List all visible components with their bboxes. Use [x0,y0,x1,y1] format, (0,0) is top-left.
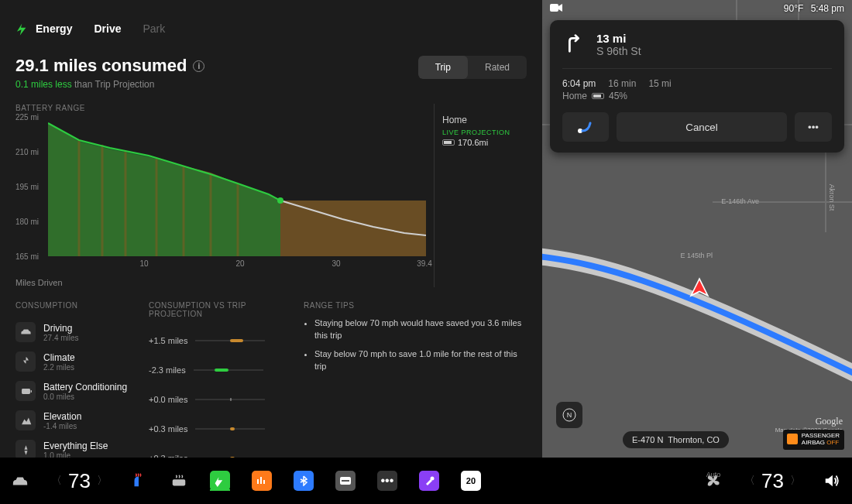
x-tick: 10 [139,259,148,268]
battery-icon [592,93,604,99]
app-radio-icon[interactable] [335,471,356,491]
clock: 5:48 pm [811,3,844,14]
driver-temp[interactable]: 〈 73 〉 [51,469,108,493]
svg-rect-19 [342,480,349,482]
road-label: E-146th Ave [721,197,759,205]
tab-park[interactable]: Park [143,22,166,35]
temp-up-icon[interactable]: 〉 [97,474,108,488]
nav-distance: 13 mi [596,32,641,45]
delta-row: +1.5 miles [149,326,294,355]
svg-rect-9 [30,390,31,393]
bottom-dock: 〈 73 〉 ••• 20 Auto 〈 73 〉 [0,458,852,504]
consumption-icon [15,351,36,372]
nav-duration: 16 min [608,78,636,89]
turn-right-icon [562,31,586,57]
nav-dest-soc: 45% [609,91,627,101]
consumption-icon [15,381,36,401]
seat-heater-icon[interactable] [129,471,148,490]
x-tick: 20 [235,259,244,268]
range-tip: Stay below 70 mph to save 1.0 mile for t… [314,348,527,373]
fan-auto-label: Auto [706,471,721,478]
delta-row: -2.3 miles [149,355,294,385]
app-energy-icon[interactable] [210,471,230,491]
info-icon[interactable]: i [193,60,204,72]
range-chart: 225 mi 210 mi 195 mi 180 mi 165 mi [15,117,426,256]
consumption-row[interactable]: Elevation-1.4 miles [15,406,139,435]
consumption-row[interactable]: Climate2.2 miles [15,347,139,376]
defrost-icon[interactable] [170,471,188,490]
driver-temp-value: 73 [68,469,91,493]
live-projection-value: 170.6mi [458,138,488,147]
nav-waypoint-button[interactable] [562,112,609,142]
nav-card: 13 mi S 96th St 6:04 pm 16 min 15 mi Hom… [550,20,844,153]
temp-down-icon[interactable]: 〈 [51,474,62,488]
trip-rated-segmented[interactable]: Trip Rated [418,56,527,79]
consumed-title: 29.1 miles consumed [15,56,187,76]
passenger-temp-value: 73 [761,469,784,493]
consumption-title: CONSUMPTION [15,301,139,310]
svg-rect-10 [550,4,558,12]
nav-eta: 6:04 pm [562,78,596,89]
consumption-row[interactable]: Driving27.4 miles [15,317,139,347]
range-tip: Staying below 70 mph would have saved yo… [314,317,527,342]
volume-icon[interactable] [823,471,841,490]
page-title: 29.1 miles consumed i [15,56,204,76]
x-tick: 30 [332,259,340,268]
nav-more-button[interactable]: ••• [795,112,832,142]
y-axis-title: BATTERY RANGE [15,104,434,112]
battery-icon [442,139,455,146]
svg-point-7 [277,197,283,204]
svg-rect-15 [257,479,259,484]
temp-down-icon[interactable]: 〈 [744,474,755,488]
outside-temp: 90°F [784,3,803,14]
svg-rect-16 [260,477,262,484]
range-tips-title: RANGE TIPS [304,301,527,310]
nav-remaining: 15 mi [648,78,671,89]
temp-up-icon[interactable]: 〉 [790,474,801,488]
car-icon[interactable] [11,471,29,490]
svg-rect-14 [173,479,186,485]
seg-rated[interactable]: Rated [468,56,527,79]
nav-cancel-button[interactable]: Cancel [617,112,787,142]
svg-rect-8 [22,389,30,394]
tab-energy-label: Energy [36,22,72,35]
road-label: Akron St [829,184,837,211]
delta-row: +0.3 miles [149,414,294,444]
y-tick: 195 mi [15,183,39,191]
nav-dest-name: Home [562,91,587,101]
compass-button[interactable]: N [556,402,582,428]
app-karaoke-icon[interactable] [419,471,439,491]
y-tick: 210 mi [15,148,39,156]
svg-text:N: N [567,411,572,419]
range-tips-list: Staying below 70 mph would have saved yo… [304,317,527,373]
consumption-row[interactable]: Battery Conditioning0.0 miles [15,376,139,406]
svg-rect-17 [263,480,265,484]
seg-trip[interactable]: Trip [418,56,468,79]
app-more-icon[interactable]: ••• [377,471,397,491]
map[interactable]: Yosemite St Akron St E-146th Ave E 145th… [542,0,852,458]
y-tick: 225 mi [15,113,39,122]
app-calendar-icon[interactable]: 20 [461,471,481,491]
delta-rest: than Trip Projection [72,79,155,90]
vs-projection-title: CONSUMPTION VS TRIP PROJECTION [149,301,294,318]
nav-street: S 96th St [596,45,641,57]
airbag-indicator: PASSENGER AIRBAG OFF [783,430,844,450]
delta-accent: 0.1 miles less [15,79,72,90]
y-tick: 180 mi [15,218,39,226]
passenger-temp[interactable]: 〈 73 〉 [744,469,801,493]
dashcam-icon[interactable] [550,3,562,15]
app-music-icon[interactable] [252,471,272,491]
tab-energy[interactable]: Energy [15,22,72,36]
app-bluetooth-icon[interactable] [294,471,314,491]
consumption-icon [15,322,36,342]
vehicle-marker [689,277,709,300]
delta-row: +0.0 miles [149,385,294,414]
x-tick: 39.4 [417,259,431,268]
location-pill: E-470 N Thornton, CO [623,431,729,448]
consumption-icon [15,410,36,430]
chart-dest-label: Home [442,115,527,125]
svg-point-20 [430,477,434,481]
x-axis-title: Miles Driven [15,278,434,287]
tab-drive[interactable]: Drive [94,22,121,35]
live-projection-label: LIVE PROJECTION [442,129,527,136]
